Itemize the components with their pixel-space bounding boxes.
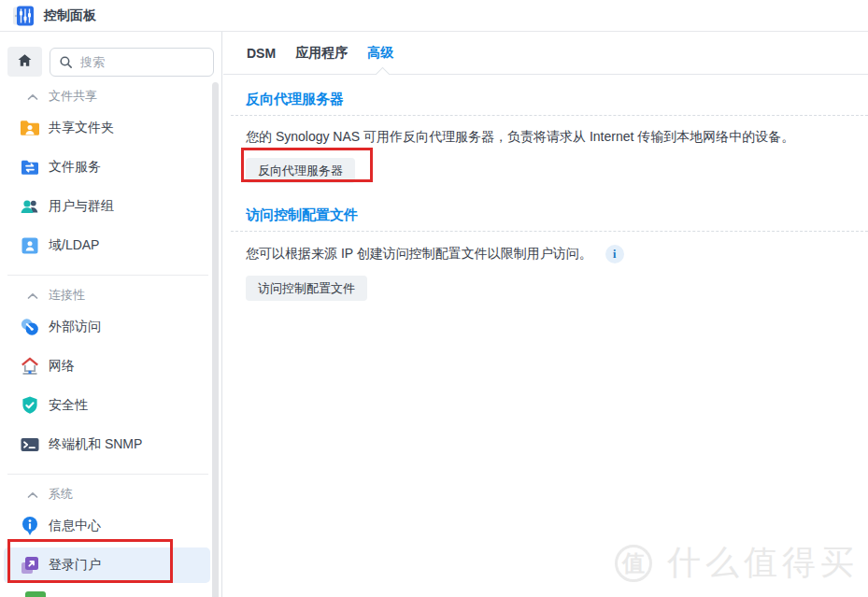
sidebar-item-domain-ldap[interactable]: 域/LDAP xyxy=(0,226,221,265)
search-box xyxy=(50,48,214,77)
users-groups-icon xyxy=(19,195,41,218)
home-button[interactable] xyxy=(7,47,42,77)
sidebar-item-label: 安全性 xyxy=(49,397,88,414)
sidebar-item-users-groups[interactable]: 用户与群组 xyxy=(0,187,221,226)
sidebar-item-label: 外部访问 xyxy=(49,319,101,335)
sidebar-item-file-services[interactable]: 文件服务 xyxy=(0,148,221,187)
chevron-up-icon xyxy=(27,486,38,503)
sidebar-item-external-access[interactable]: 外部访问 xyxy=(0,307,221,347)
section-description: 您可以根据来源 IP 创建访问控制配置文件以限制用户访问。 xyxy=(246,246,592,263)
watermark-text: 什么值得买 xyxy=(667,540,859,586)
group-label: 文件共享 xyxy=(49,88,97,105)
sidebar-item-shared-folders[interactable]: 共享文件夹 xyxy=(0,108,221,148)
search-input[interactable] xyxy=(50,48,214,77)
sidebar-item-label: 用户与群组 xyxy=(49,198,114,215)
sidebar-item-label: 登录门户 xyxy=(49,557,101,574)
sidebar-item-terminal-snmp[interactable]: 终端机和 SNMP xyxy=(0,425,221,464)
tab-advanced[interactable]: 高级 xyxy=(367,45,393,62)
group-label: 系统 xyxy=(49,486,73,503)
sidebar-item-info-center[interactable]: 信息中心 xyxy=(0,506,221,546)
chevron-up-icon xyxy=(27,88,38,105)
sidebar-item-label: 网络 xyxy=(49,358,75,375)
sidebar-item-network[interactable]: 网络 xyxy=(0,347,221,386)
section-divider xyxy=(231,231,868,232)
file-services-icon xyxy=(19,156,41,178)
search-icon xyxy=(58,54,74,74)
window-title: 控制面板 xyxy=(44,7,96,24)
section-title: 反向代理服务器 xyxy=(246,91,868,108)
partial-next-item-icon xyxy=(25,591,46,597)
tab-dsm[interactable]: DSM xyxy=(247,46,276,61)
reverse-proxy-button[interactable]: 反向代理服务器 xyxy=(246,158,355,183)
control-panel-icon xyxy=(12,5,35,27)
shared-folder-icon xyxy=(19,117,41,139)
window-header: 控制面板 xyxy=(0,0,868,32)
domain-ldap-icon xyxy=(19,235,41,257)
access-control-button[interactable]: 访问控制配置文件 xyxy=(246,276,367,301)
sidebar-item-label: 共享文件夹 xyxy=(49,120,114,136)
chevron-up-icon xyxy=(27,287,38,304)
watermark-badge: 值 xyxy=(615,545,652,582)
security-shield-icon xyxy=(19,394,41,417)
terminal-snmp-icon xyxy=(19,434,41,456)
info-icon[interactable]: i xyxy=(605,245,624,263)
sidebar-item-label: 信息中心 xyxy=(49,518,101,534)
section-title: 访问控制配置文件 xyxy=(246,206,868,224)
home-icon xyxy=(16,51,34,72)
sidebar-item-label: 域/LDAP xyxy=(49,237,99,254)
tab-bar: DSM 应用程序 高级 xyxy=(223,32,868,75)
sidebar-group-system[interactable]: 系统 xyxy=(0,482,221,506)
sidebar-group-connectivity[interactable]: 连接性 xyxy=(0,283,221,307)
info-center-icon xyxy=(19,515,41,537)
sidebar-item-security[interactable]: 安全性 xyxy=(0,386,221,425)
external-access-icon xyxy=(19,316,41,338)
network-icon xyxy=(19,355,41,377)
section-reverse-proxy: 反向代理服务器 您的 Synology NAS 可用作反向代理服务器，负责将请求… xyxy=(246,91,868,183)
sidebar-group-file-sharing[interactable]: 文件共享 xyxy=(0,84,221,108)
section-description: 您的 Synology NAS 可用作反向代理服务器，负责将请求从 Intern… xyxy=(246,129,794,146)
login-portal-icon xyxy=(19,554,41,576)
tab-applications[interactable]: 应用程序 xyxy=(295,45,348,62)
group-label: 连接性 xyxy=(49,287,85,304)
group-divider xyxy=(7,275,208,276)
section-divider xyxy=(231,115,868,116)
sidebar-item-label: 文件服务 xyxy=(49,159,101,176)
sidebar-item-label: 终端机和 SNMP xyxy=(49,436,142,453)
sidebar: 文件共享 共享文件夹 文件服务 用户与群组 xyxy=(0,32,222,597)
watermark: 值 什么值得买 xyxy=(615,540,859,586)
sidebar-item-login-portal[interactable]: 登录门户 xyxy=(0,546,221,585)
main-panel: DSM 应用程序 高级 反向代理服务器 您的 Synology NAS 可用作反… xyxy=(223,32,868,597)
section-access-control: 访问控制配置文件 您可以根据来源 IP 创建访问控制配置文件以限制用户访问。 i… xyxy=(246,206,868,301)
sidebar-scrollbar[interactable] xyxy=(212,82,219,597)
group-divider xyxy=(7,474,208,475)
